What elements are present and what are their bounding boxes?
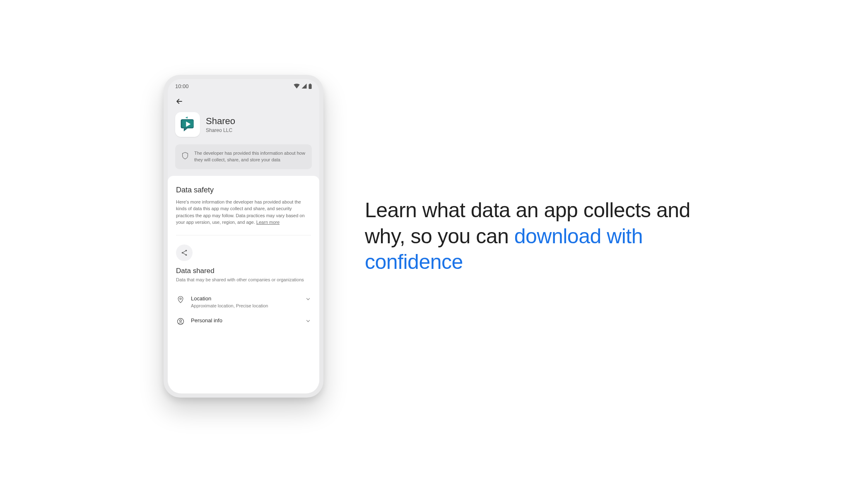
shareo-app-icon [178, 115, 197, 134]
back-button[interactable] [174, 96, 185, 107]
data-shared-row-detail: Approximate location, Precise location [191, 303, 299, 308]
status-icons [294, 84, 312, 89]
learn-more-link[interactable]: Learn more [256, 220, 280, 225]
headline: Learn what data an app collects and why,… [365, 197, 704, 275]
data-shared-row-location[interactable]: Location Approximate location, Precise l… [176, 289, 311, 311]
data-shared-row-personal[interactable]: Personal info [176, 311, 311, 326]
app-title: Shareo [206, 116, 235, 127]
chevron-down-icon [305, 318, 311, 324]
share-icon [181, 249, 188, 256]
person-circle-icon [177, 318, 184, 325]
svg-rect-0 [309, 84, 311, 89]
developer-note-card: The developer has provided this informat… [175, 144, 312, 169]
svg-rect-1 [310, 84, 311, 84]
phone-screen: 10:00 [168, 79, 319, 393]
phone-frame: 10:00 [164, 75, 323, 398]
location-pin-icon [177, 296, 184, 303]
status-time: 10:00 [175, 83, 189, 89]
svg-point-9 [180, 320, 182, 322]
data-safety-title: Data safety [176, 186, 311, 194]
svg-point-7 [180, 298, 181, 300]
divider [176, 235, 311, 235]
app-icon[interactable] [175, 112, 200, 137]
app-publisher: Shareo LLC [206, 127, 235, 133]
shield-icon [182, 152, 188, 159]
signal-icon [301, 84, 307, 89]
arrow-left-icon [175, 97, 183, 105]
content-card: Data safety Here's more information the … [168, 176, 319, 393]
developer-note-text: The developer has provided this informat… [194, 150, 305, 163]
chevron-down-icon [305, 296, 311, 302]
app-header: Shareo Shareo LLC The developer has prov… [168, 110, 319, 176]
data-shared-row-label: Personal info [191, 317, 299, 324]
data-shared-row-label: Location [191, 295, 299, 302]
status-bar: 10:00 [168, 79, 319, 93]
share-chip [176, 244, 193, 261]
app-bar [168, 93, 319, 110]
battery-icon [309, 84, 312, 89]
wifi-icon [294, 84, 300, 89]
data-safety-description: Here's more information the developer ha… [176, 199, 311, 226]
data-shared-subtitle: Data that may be shared with other compa… [176, 277, 311, 283]
data-shared-title: Data shared [176, 267, 311, 275]
